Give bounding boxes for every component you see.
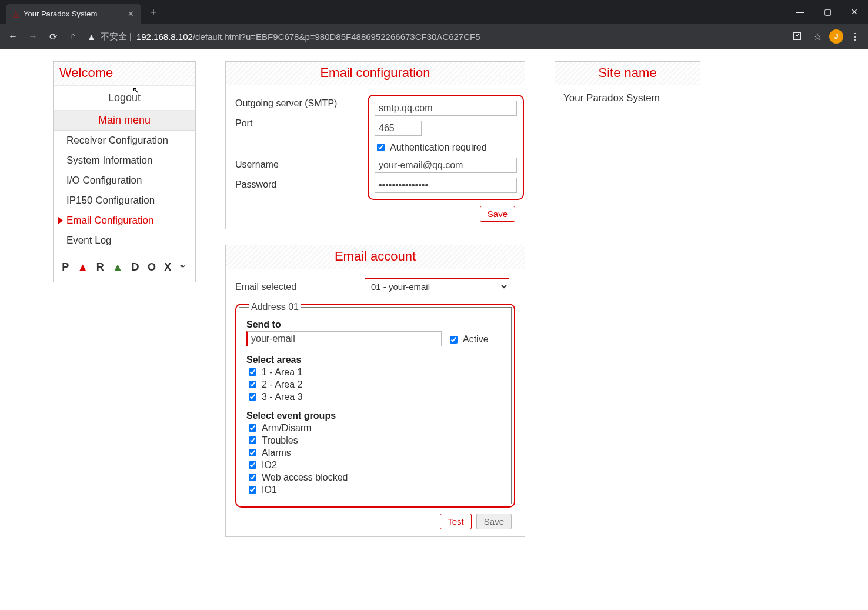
email-config-title: Email configuration	[226, 62, 525, 85]
smtp-settings-box: Authentication required	[368, 95, 524, 200]
select-areas-label: Select areas	[246, 355, 504, 365]
smtp-port-input[interactable]	[375, 121, 422, 136]
event-armdisarm-checkbox[interactable]: Arm/Disarm	[246, 422, 376, 434]
maximize-button[interactable]: ▢	[814, 0, 841, 24]
logout-link[interactable]: Logout	[54, 85, 195, 111]
address-bar[interactable]: ▲ 不安全 | 192.168.8.102/default.html?u=EBF…	[85, 31, 786, 42]
email-selected-dropdown[interactable]: 01 - your-email	[365, 278, 509, 295]
sendto-label: Send to	[246, 319, 504, 330]
email-config-panel: Email configuration Outgoing server (SMT…	[225, 61, 525, 229]
active-label: Active	[463, 334, 489, 345]
forward-button[interactable]: →	[25, 28, 41, 45]
url-path: /default.html?u=EBF9C678&p=980D85F488695…	[193, 32, 480, 42]
main-menu-header: Main menu	[54, 111, 195, 131]
back-button[interactable]: ←	[5, 28, 21, 45]
new-tab-button[interactable]: ＋	[141, 5, 166, 19]
minimize-button[interactable]: —	[787, 0, 814, 24]
save-account-button[interactable]: Save	[476, 514, 512, 529]
save-smtp-button[interactable]: Save	[480, 206, 515, 222]
area-2-checkbox[interactable]: 2 - Area 2	[246, 379, 376, 390]
profile-avatar[interactable]: J	[829, 29, 843, 44]
smtp-label: Outgoing server (SMTP)	[235, 98, 362, 109]
close-window-button[interactable]: ✕	[841, 0, 868, 24]
email-selected-label: Email selected	[235, 282, 365, 292]
paradox-icon: △	[13, 9, 19, 18]
password-label: Password	[235, 179, 362, 190]
auth-required-label: Authentication required	[390, 142, 487, 153]
site-name-panel: Site name Your Paradox System	[555, 61, 700, 114]
email-account-panel: Email account Email selected 01 - your-e…	[225, 245, 525, 537]
url-host: 192.168.8.102	[136, 32, 193, 42]
insecure-icon: ▲	[87, 32, 96, 42]
home-button[interactable]: ⌂	[65, 28, 81, 45]
address-legend: Address 01	[249, 302, 301, 312]
event-alarms-checkbox[interactable]: Alarms	[246, 447, 376, 458]
auth-required-checkbox[interactable]: Authentication required	[375, 142, 517, 153]
area-1-checkbox[interactable]: 1 - Area 1	[246, 366, 376, 378]
username-input[interactable]	[375, 158, 517, 173]
nav-receiver-config[interactable]: Receiver Configuration	[54, 131, 195, 151]
active-checkbox[interactable]: Active	[448, 334, 489, 345]
nav-ip150-config[interactable]: IP150 Configuration	[54, 191, 195, 211]
event-io2-checkbox[interactable]: IO2	[246, 459, 376, 471]
paradox-logo: P▲R▲DOX™	[54, 251, 195, 282]
event-webblocked-checkbox[interactable]: Web access blocked	[246, 472, 376, 483]
welcome-title: Welcome	[54, 62, 195, 85]
site-name-title: Site name	[555, 62, 700, 85]
close-tab-icon[interactable]: ✕	[128, 9, 134, 18]
username-label: Username	[235, 159, 362, 170]
nav-io-config[interactable]: I/O Configuration	[54, 171, 195, 191]
reload-button[interactable]: ⟳	[45, 28, 61, 45]
menu-icon[interactable]: ⋮	[847, 28, 863, 45]
address-box: Address 01 Send to Active Select areas	[235, 304, 515, 508]
smtp-server-input[interactable]	[375, 101, 517, 116]
event-io1-checkbox[interactable]: IO1	[246, 484, 504, 495]
port-label: Port	[235, 118, 362, 129]
select-events-label: Select event groups	[246, 411, 504, 421]
key-icon[interactable]: ⚿	[789, 28, 806, 45]
password-input[interactable]	[375, 178, 517, 193]
event-troubles-checkbox[interactable]: Troubles	[246, 435, 376, 446]
nav-email-config[interactable]: Email Configuration	[54, 211, 195, 231]
tab-title: Your Paradox System	[24, 9, 97, 18]
browser-tab[interactable]: △ Your Paradox System ✕	[6, 4, 141, 24]
nav-system-info[interactable]: System Information	[54, 151, 195, 171]
sendto-input[interactable]	[246, 331, 442, 346]
nav-event-log[interactable]: Event Log	[54, 231, 195, 251]
star-icon[interactable]: ☆	[809, 28, 826, 45]
sidebar-panel: Welcome Logout Main menu Receiver Config…	[53, 61, 196, 282]
site-name-value: Your Paradox System	[555, 85, 700, 114]
email-account-title: Email account	[226, 245, 525, 269]
security-label: 不安全 |	[101, 31, 132, 42]
area-3-checkbox[interactable]: 3 - Area 3	[246, 391, 376, 402]
test-button[interactable]: Test	[440, 514, 472, 529]
